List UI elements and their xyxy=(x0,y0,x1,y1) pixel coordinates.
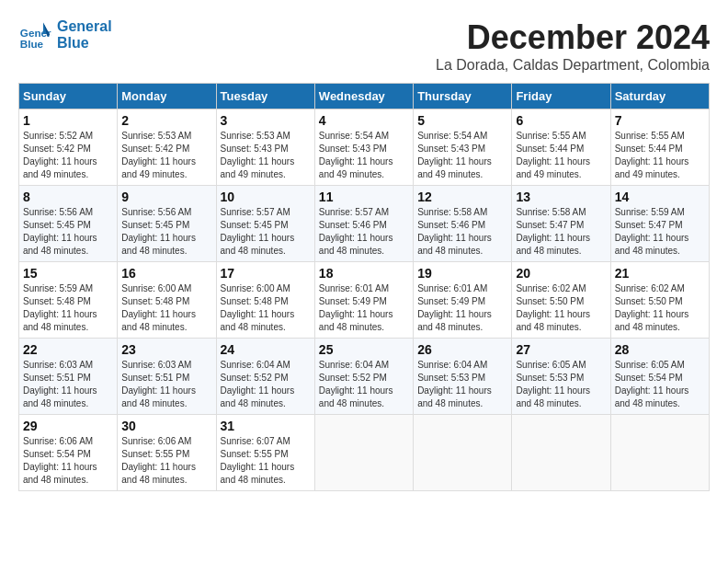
day-number: 3 xyxy=(221,113,311,128)
daylight: Daylight: 11 hours and 48 minutes. xyxy=(417,232,507,258)
day-info: Sunrise: 6:03 AM Sunset: 5:51 PM Dayligh… xyxy=(23,359,113,410)
day-info: Sunrise: 6:02 AM Sunset: 5:50 PM Dayligh… xyxy=(615,282,705,334)
sunset: Sunset: 5:46 PM xyxy=(417,219,507,232)
calendar-table: SundayMondayTuesdayWednesdayThursdayFrid… xyxy=(18,83,710,491)
sunrise: Sunrise: 6:06 AM xyxy=(23,435,113,448)
day-number: 25 xyxy=(319,342,409,357)
calendar-cell xyxy=(414,415,512,491)
sunrise: Sunrise: 5:57 AM xyxy=(319,206,409,219)
calendar-body: 1 Sunrise: 5:52 AM Sunset: 5:42 PM Dayli… xyxy=(19,109,710,491)
sunrise: Sunrise: 6:01 AM xyxy=(319,282,409,295)
calendar-cell xyxy=(610,415,709,491)
weekday-header-thursday: Thursday xyxy=(414,84,512,109)
month-title: December 2024 xyxy=(436,18,710,57)
day-number: 4 xyxy=(319,113,409,128)
day-info: Sunrise: 5:53 AM Sunset: 5:42 PM Dayligh… xyxy=(121,130,211,181)
daylight: Daylight: 11 hours and 48 minutes. xyxy=(417,385,507,410)
sunrise: Sunrise: 6:05 AM xyxy=(516,359,606,372)
sunset: Sunset: 5:45 PM xyxy=(221,219,311,232)
calendar-cell: 30 Sunrise: 6:06 AM Sunset: 5:55 PM Dayl… xyxy=(118,415,216,491)
sunrise: Sunrise: 6:05 AM xyxy=(615,359,705,372)
day-number: 12 xyxy=(417,190,507,204)
calendar-cell: 29 Sunrise: 6:06 AM Sunset: 5:54 PM Dayl… xyxy=(19,415,118,491)
sunrise: Sunrise: 5:52 AM xyxy=(23,130,113,143)
day-number: 11 xyxy=(319,190,409,204)
day-info: Sunrise: 5:55 AM Sunset: 5:44 PM Dayligh… xyxy=(615,130,705,181)
sunrise: Sunrise: 5:58 AM xyxy=(516,206,606,219)
calendar-cell: 12 Sunrise: 5:58 AM Sunset: 5:46 PM Dayl… xyxy=(414,186,512,262)
sunrise: Sunrise: 6:07 AM xyxy=(221,435,311,448)
day-info: Sunrise: 6:01 AM Sunset: 5:49 PM Dayligh… xyxy=(319,282,409,334)
title-area: December 2024 La Dorada, Caldas Departme… xyxy=(436,18,710,74)
calendar-cell: 15 Sunrise: 5:59 AM Sunset: 5:48 PM Dayl… xyxy=(19,262,118,339)
calendar-cell: 25 Sunrise: 6:04 AM Sunset: 5:52 PM Dayl… xyxy=(314,339,413,415)
sunset: Sunset: 5:48 PM xyxy=(221,295,311,308)
calendar-cell: 5 Sunrise: 5:54 AM Sunset: 5:43 PM Dayli… xyxy=(414,109,512,186)
day-info: Sunrise: 6:06 AM Sunset: 5:55 PM Dayligh… xyxy=(121,435,211,487)
sunset: Sunset: 5:43 PM xyxy=(417,143,507,155)
daylight: Daylight: 11 hours and 48 minutes. xyxy=(23,308,113,334)
svg-text:Blue: Blue xyxy=(20,39,44,51)
day-info: Sunrise: 6:02 AM Sunset: 5:50 PM Dayligh… xyxy=(516,282,606,334)
sunrise: Sunrise: 5:56 AM xyxy=(23,206,113,219)
sunset: Sunset: 5:47 PM xyxy=(615,219,705,232)
calendar-cell: 3 Sunrise: 5:53 AM Sunset: 5:43 PM Dayli… xyxy=(216,109,314,186)
sunset: Sunset: 5:49 PM xyxy=(319,295,409,308)
day-number: 27 xyxy=(516,342,606,357)
sunrise: Sunrise: 5:58 AM xyxy=(417,206,507,219)
calendar-cell: 26 Sunrise: 6:04 AM Sunset: 5:53 PM Dayl… xyxy=(414,339,512,415)
week-row-3: 15 Sunrise: 5:59 AM Sunset: 5:48 PM Dayl… xyxy=(19,262,710,339)
day-info: Sunrise: 6:04 AM Sunset: 5:52 PM Dayligh… xyxy=(221,359,311,410)
weekday-header-saturday: Saturday xyxy=(610,84,709,109)
sunrise: Sunrise: 6:02 AM xyxy=(615,282,705,295)
daylight: Daylight: 11 hours and 48 minutes. xyxy=(319,308,409,334)
daylight: Daylight: 11 hours and 48 minutes. xyxy=(221,308,311,334)
sunrise: Sunrise: 6:04 AM xyxy=(221,359,311,372)
day-info: Sunrise: 5:56 AM Sunset: 5:45 PM Dayligh… xyxy=(23,206,113,258)
sunset: Sunset: 5:43 PM xyxy=(221,143,311,155)
day-number: 18 xyxy=(319,266,409,281)
sunrise: Sunrise: 5:59 AM xyxy=(615,206,705,219)
sunrise: Sunrise: 6:00 AM xyxy=(121,282,211,295)
day-info: Sunrise: 6:00 AM Sunset: 5:48 PM Dayligh… xyxy=(121,282,211,334)
day-number: 16 xyxy=(121,266,211,281)
sunrise: Sunrise: 6:06 AM xyxy=(121,435,211,448)
sunset: Sunset: 5:55 PM xyxy=(221,448,311,461)
day-number: 2 xyxy=(121,113,211,128)
sunrise: Sunrise: 6:02 AM xyxy=(516,282,606,295)
day-info: Sunrise: 5:57 AM Sunset: 5:45 PM Dayligh… xyxy=(221,206,311,258)
week-row-5: 29 Sunrise: 6:06 AM Sunset: 5:54 PM Dayl… xyxy=(19,415,710,491)
weekday-header-sunday: Sunday xyxy=(19,84,118,109)
calendar-cell: 4 Sunrise: 5:54 AM Sunset: 5:43 PM Dayli… xyxy=(314,109,413,186)
daylight: Daylight: 11 hours and 48 minutes. xyxy=(319,385,409,410)
daylight: Daylight: 11 hours and 48 minutes. xyxy=(615,232,705,258)
daylight: Daylight: 11 hours and 48 minutes. xyxy=(221,385,311,410)
day-info: Sunrise: 6:04 AM Sunset: 5:53 PM Dayligh… xyxy=(417,359,507,410)
sunset: Sunset: 5:51 PM xyxy=(23,372,113,385)
sunset: Sunset: 5:45 PM xyxy=(121,219,211,232)
daylight: Daylight: 11 hours and 48 minutes. xyxy=(121,461,211,487)
day-info: Sunrise: 6:05 AM Sunset: 5:54 PM Dayligh… xyxy=(615,359,705,410)
calendar-cell: 27 Sunrise: 6:05 AM Sunset: 5:53 PM Dayl… xyxy=(512,339,610,415)
sunset: Sunset: 5:54 PM xyxy=(615,372,705,385)
sunrise: Sunrise: 5:55 AM xyxy=(615,130,705,143)
daylight: Daylight: 11 hours and 48 minutes. xyxy=(221,461,311,487)
sunrise: Sunrise: 5:56 AM xyxy=(121,206,211,219)
day-info: Sunrise: 6:07 AM Sunset: 5:55 PM Dayligh… xyxy=(221,435,311,487)
sunrise: Sunrise: 5:54 AM xyxy=(417,130,507,143)
day-info: Sunrise: 5:54 AM Sunset: 5:43 PM Dayligh… xyxy=(417,130,507,181)
weekday-header-row: SundayMondayTuesdayWednesdayThursdayFrid… xyxy=(19,84,710,109)
sunrise: Sunrise: 5:59 AM xyxy=(23,282,113,295)
sunset: Sunset: 5:48 PM xyxy=(121,295,211,308)
daylight: Daylight: 11 hours and 48 minutes. xyxy=(23,232,113,258)
day-info: Sunrise: 5:56 AM Sunset: 5:45 PM Dayligh… xyxy=(121,206,211,258)
daylight: Daylight: 11 hours and 48 minutes. xyxy=(615,385,705,410)
calendar-cell: 17 Sunrise: 6:00 AM Sunset: 5:48 PM Dayl… xyxy=(216,262,314,339)
day-info: Sunrise: 6:03 AM Sunset: 5:51 PM Dayligh… xyxy=(121,359,211,410)
calendar-cell: 16 Sunrise: 6:00 AM Sunset: 5:48 PM Dayl… xyxy=(118,262,216,339)
day-number: 20 xyxy=(516,266,606,281)
sunset: Sunset: 5:44 PM xyxy=(615,143,705,155)
calendar-cell: 2 Sunrise: 5:53 AM Sunset: 5:42 PM Dayli… xyxy=(118,109,216,186)
sunset: Sunset: 5:48 PM xyxy=(23,295,113,308)
day-number: 5 xyxy=(417,113,507,128)
